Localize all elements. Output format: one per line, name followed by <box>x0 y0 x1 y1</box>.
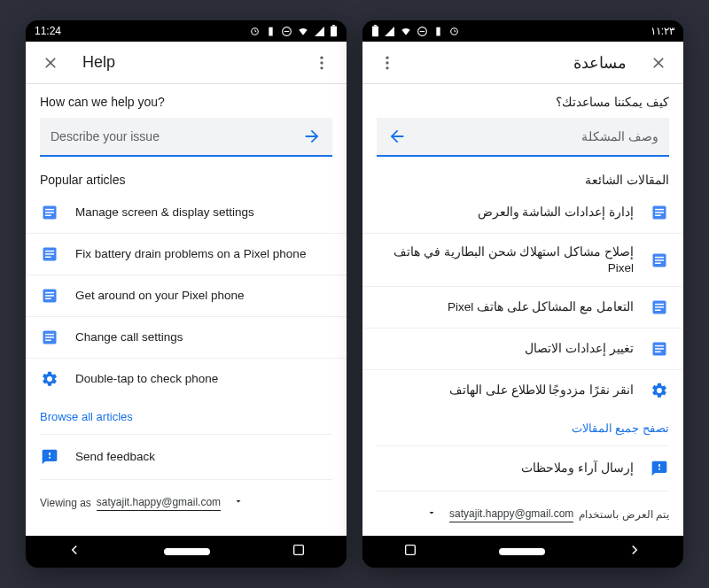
svg-rect-34 <box>655 215 661 217</box>
article-label: التعامل مع المشاكل على هاتف Pixel <box>448 299 634 315</box>
svg-rect-3 <box>332 25 335 26</box>
page-title: Help <box>82 53 290 72</box>
svg-rect-33 <box>655 212 664 213</box>
article-item[interactable]: Fix battery drain problems on a Pixel ph… <box>26 234 347 275</box>
close-icon <box>650 54 667 72</box>
article-item[interactable]: تغيير إعدادات الاتصال <box>362 329 683 370</box>
svg-rect-14 <box>45 257 51 259</box>
search-input[interactable]: وصف المشكلة <box>377 118 669 157</box>
article-label: Manage screen & display settings <box>75 205 254 220</box>
article-label: إدارة إعدادات الشاشة والعرض <box>478 205 634 220</box>
battery-icon <box>371 25 379 37</box>
svg-rect-8 <box>45 209 54 211</box>
nav-home[interactable] <box>164 548 210 555</box>
svg-point-5 <box>320 61 323 64</box>
popular-articles-title: Popular articles <box>40 173 332 187</box>
dnd-icon <box>417 26 428 37</box>
close-button[interactable] <box>33 45 68 81</box>
article-icon <box>650 251 669 270</box>
viewing-email: satyajit.happy@gmail.com <box>449 506 573 522</box>
gear-icon <box>40 369 59 389</box>
feedback-label: إرسال آراء وملاحظات <box>521 460 634 476</box>
article-item[interactable]: التعامل مع المشاكل على هاتف Pixel <box>362 287 683 329</box>
status-icons <box>249 25 338 37</box>
article-label: تغيير إعدادات الاتصال <box>525 341 634 357</box>
app-bar: Help <box>26 42 347 84</box>
feedback-icon <box>40 447 59 467</box>
help-prompt: كيف يمكننا مساعدتك؟ <box>377 95 669 109</box>
more-vert-icon <box>378 54 396 72</box>
svg-rect-9 <box>45 212 54 213</box>
close-icon <box>42 54 59 72</box>
content: How can we help you? Describe your issue… <box>26 84 347 536</box>
search-input[interactable]: Describe your issue <box>40 118 332 157</box>
svg-rect-17 <box>45 295 54 297</box>
article-item[interactable]: إدارة إعدادات الشاشة والعرض <box>362 192 683 234</box>
svg-rect-36 <box>655 256 664 258</box>
article-label: Change call settings <box>75 329 183 345</box>
svg-rect-10 <box>45 215 51 217</box>
article-item[interactable]: إصلاح مشاكل استهلاك شحن البطارية في هاتف… <box>362 234 683 287</box>
article-icon <box>40 286 59 306</box>
article-icon <box>40 328 59 347</box>
svg-rect-20 <box>45 334 54 336</box>
overflow-button[interactable] <box>370 45 405 81</box>
svg-rect-25 <box>374 25 377 26</box>
svg-rect-2 <box>331 26 337 36</box>
alarm-icon <box>249 26 261 37</box>
vibrate-icon <box>265 26 277 37</box>
phone-rtl: ١١:٢٣ مساعدة كيف يمكننا مساعدتك؟ وصف الم… <box>362 20 683 568</box>
svg-rect-46 <box>655 352 661 353</box>
status-icons <box>371 25 460 37</box>
viewing-email: satyajit.happy@gmail.com <box>97 494 221 511</box>
svg-rect-22 <box>45 340 51 342</box>
content: كيف يمكننا مساعدتك؟ وصف المشكلة المقالات… <box>362 84 683 536</box>
help-prompt: How can we help you? <box>40 95 332 109</box>
screen: مساعدة كيف يمكننا مساعدتك؟ وصف المشكلة ا… <box>362 42 683 536</box>
svg-rect-45 <box>655 348 664 350</box>
arrow-right-icon <box>302 127 322 146</box>
svg-rect-41 <box>655 306 664 308</box>
svg-rect-37 <box>655 259 664 261</box>
screen: Help How can we help you? Describe your … <box>26 42 347 536</box>
article-item[interactable]: Change call settings <box>26 317 347 359</box>
phone-ltr: 11:24 Help How can we help you? Describe… <box>26 20 347 568</box>
browse-all-link[interactable]: تصفح جميع المقالات <box>377 411 669 445</box>
svg-point-30 <box>386 66 388 69</box>
nav-recents[interactable] <box>403 543 417 561</box>
article-label: Get around on your Pixel phone <box>75 288 245 304</box>
svg-rect-32 <box>655 209 664 211</box>
overflow-button[interactable] <box>304 45 339 81</box>
viewing-as-row[interactable]: Viewing as satyajit.happy@gmail.com <box>40 479 332 518</box>
article-icon <box>650 298 669 317</box>
close-button[interactable] <box>641 45 676 81</box>
nav-back[interactable] <box>627 542 643 561</box>
send-feedback-row[interactable]: Send feedback <box>40 434 332 479</box>
app-bar: مساعدة <box>362 42 683 84</box>
arrow-right-icon <box>387 127 407 146</box>
svg-rect-47 <box>406 545 416 555</box>
alarm-icon <box>448 26 460 37</box>
wifi-icon <box>297 25 309 37</box>
article-item[interactable]: Double-tap to check phone <box>26 359 347 399</box>
viewing-as-row[interactable]: يتم العرض باستخدام satyajit.happy@gmail.… <box>377 491 669 530</box>
nav-back[interactable] <box>66 542 82 561</box>
search-placeholder: وصف المشكلة <box>407 129 658 143</box>
svg-rect-38 <box>655 262 661 264</box>
browse-all-link[interactable]: Browse all articles <box>40 399 332 434</box>
article-item[interactable]: Get around on your Pixel phone <box>26 275 347 317</box>
status-time: 11:24 <box>35 25 61 37</box>
signal-icon <box>384 26 395 37</box>
article-item[interactable]: Manage screen & display settings <box>26 192 347 234</box>
dnd-icon <box>281 26 292 37</box>
nav-bar <box>26 536 347 568</box>
chevron-down-icon <box>426 507 437 521</box>
vibrate-icon <box>432 26 444 37</box>
gear-icon <box>650 381 669 400</box>
article-item[interactable]: انقر نقرًا مزدوجًا للاطلاع على الهاتف <box>362 370 683 411</box>
svg-rect-12 <box>45 251 54 252</box>
nav-home[interactable] <box>499 548 545 555</box>
send-feedback-row[interactable]: إرسال آراء وملاحظات <box>377 445 669 491</box>
nav-recents[interactable] <box>292 543 306 561</box>
battery-icon <box>330 25 338 37</box>
